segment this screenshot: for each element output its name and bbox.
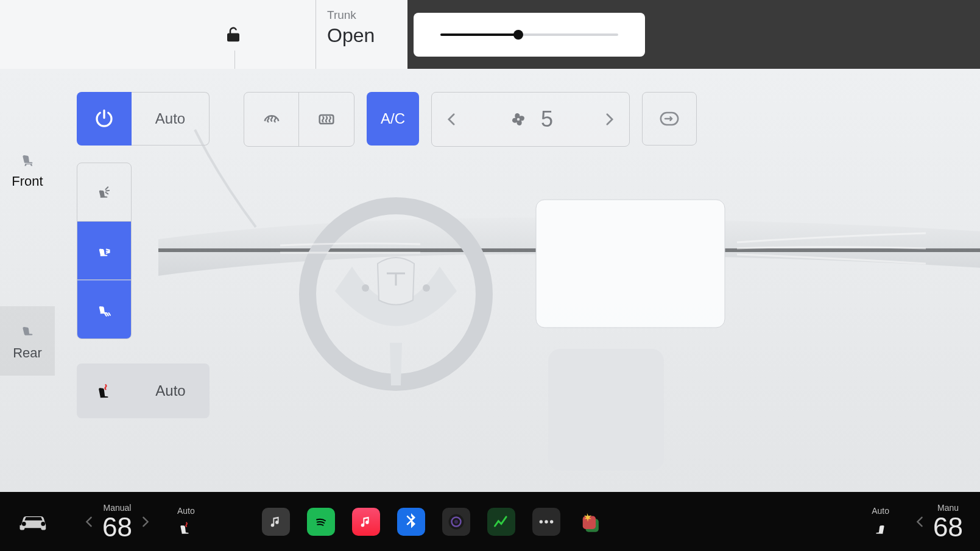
trunk-status: Open xyxy=(327,24,397,47)
header-right xyxy=(407,0,980,69)
chevron-left-icon xyxy=(447,113,456,126)
chart-icon xyxy=(493,513,510,530)
car-icon xyxy=(17,510,50,534)
airflow-column xyxy=(77,163,132,339)
right-temp-mode: Manu xyxy=(933,503,963,513)
svg-rect-5 xyxy=(548,349,664,471)
svg-point-12 xyxy=(454,519,458,523)
svg-point-2 xyxy=(362,284,369,292)
control-column: Auto Auto xyxy=(77,92,210,418)
defrost-group xyxy=(244,92,354,147)
fan-increase-button[interactable] xyxy=(590,93,629,146)
slider-fill xyxy=(440,33,518,36)
dock-bluetooth[interactable] xyxy=(397,508,425,536)
temp-right-decrease[interactable] xyxy=(916,516,923,528)
power-row: Auto xyxy=(77,92,210,146)
left-seat-mode: Auto xyxy=(177,506,195,516)
rail-front-label: Front xyxy=(12,174,43,189)
svg-point-7 xyxy=(517,118,520,121)
app-dock xyxy=(262,508,605,536)
seat-heater-row: Auto xyxy=(77,363,210,418)
temp-left-decrease[interactable] xyxy=(85,516,93,528)
header-left: Trunk Open xyxy=(0,0,407,69)
climate-panel: Front Rear Auto xyxy=(0,69,980,492)
svg-point-15 xyxy=(550,520,553,523)
trunk-cell[interactable]: Trunk Open xyxy=(316,0,407,69)
seat-heat-icon xyxy=(177,518,193,538)
car-status-button[interactable] xyxy=(17,510,50,534)
chevron-left-icon xyxy=(916,516,923,528)
seat-auto-button[interactable]: Auto xyxy=(132,363,210,418)
airflow-feet-button[interactable] xyxy=(77,280,131,339)
rear-defrost-button[interactable] xyxy=(299,93,354,146)
svg-point-14 xyxy=(545,520,548,523)
left-temp-mode: Manual xyxy=(102,503,132,513)
slider-knob[interactable] xyxy=(513,30,523,40)
right-cluster: Auto Manu 68 xyxy=(872,503,963,541)
footer: Manual 68 Auto Auto xyxy=(0,492,980,551)
front-defrost-button[interactable] xyxy=(244,93,299,146)
recirculate-icon xyxy=(659,110,680,128)
seat-front-icon xyxy=(16,149,39,167)
interior-illustration xyxy=(158,93,980,492)
left-temp-readout[interactable]: Manual 68 xyxy=(102,503,132,541)
chevron-right-icon xyxy=(142,516,149,528)
recirculate-button[interactable] xyxy=(642,92,697,146)
more-icon xyxy=(538,519,554,525)
trunk-label: Trunk xyxy=(327,9,397,22)
volume-slider[interactable] xyxy=(440,33,618,36)
seat-heater-button[interactable] xyxy=(77,363,132,418)
rail-rear[interactable]: Rear xyxy=(0,306,55,376)
climate-auto-button[interactable]: Auto xyxy=(132,92,210,146)
seat-icon xyxy=(872,518,887,538)
ac-button[interactable]: A/C xyxy=(367,92,419,146)
front-defrost-icon xyxy=(261,109,282,130)
dock-spotify[interactable] xyxy=(307,508,335,536)
right-temp-readout[interactable]: Manu 68 xyxy=(933,503,963,541)
right-seat-footer[interactable]: Auto xyxy=(872,506,889,538)
airflow-body-button[interactable] xyxy=(77,222,131,280)
rail-front[interactable]: Front xyxy=(0,141,55,203)
music-note-icon xyxy=(269,515,283,528)
dock-apple-music[interactable] xyxy=(352,508,380,536)
chevron-right-icon xyxy=(605,113,614,126)
seat-heat-icon xyxy=(95,380,113,402)
svg-rect-4 xyxy=(536,200,725,328)
dock-music[interactable] xyxy=(262,508,290,536)
divider xyxy=(234,51,235,69)
left-temp-cluster: Manual 68 xyxy=(85,503,149,541)
dock-energy[interactable] xyxy=(487,508,515,536)
side-rail: Front Rear xyxy=(0,69,55,492)
chevron-left-icon xyxy=(85,516,93,528)
svg-point-3 xyxy=(423,284,430,292)
fan-display: 5 xyxy=(471,107,590,132)
airflow-face-icon xyxy=(95,183,113,202)
right-seat-mode: Auto xyxy=(872,506,889,516)
rear-defrost-icon xyxy=(316,109,337,130)
temp-left-increase[interactable] xyxy=(142,516,149,528)
power-button[interactable] xyxy=(77,92,132,146)
svg-point-13 xyxy=(539,520,542,523)
bluetooth-icon xyxy=(404,513,418,530)
music-note-icon xyxy=(359,515,373,528)
dock-dashcam[interactable] xyxy=(442,508,470,536)
airflow-feet-icon xyxy=(95,301,113,319)
left-seat-footer[interactable]: Auto xyxy=(177,506,195,538)
volume-slider-panel xyxy=(414,13,645,57)
power-icon xyxy=(93,108,115,130)
spotify-icon xyxy=(312,513,330,530)
fan-speed-value: 5 xyxy=(541,107,553,132)
rail-rear-label: Rear xyxy=(13,345,42,361)
lock-cell[interactable] xyxy=(0,0,316,69)
lens-icon xyxy=(447,513,465,531)
dock-more[interactable] xyxy=(532,508,560,536)
airflow-face-button[interactable] xyxy=(77,163,131,222)
header: Trunk Open xyxy=(0,0,980,69)
dock-recent[interactable] xyxy=(577,508,605,536)
seat-rear-icon xyxy=(16,321,39,339)
left-temp-value: 68 xyxy=(102,514,132,541)
unlock-icon xyxy=(224,24,242,45)
fan-decrease-button[interactable] xyxy=(432,93,471,146)
airflow-body-icon xyxy=(95,242,113,260)
fan-group: 5 xyxy=(431,92,630,147)
